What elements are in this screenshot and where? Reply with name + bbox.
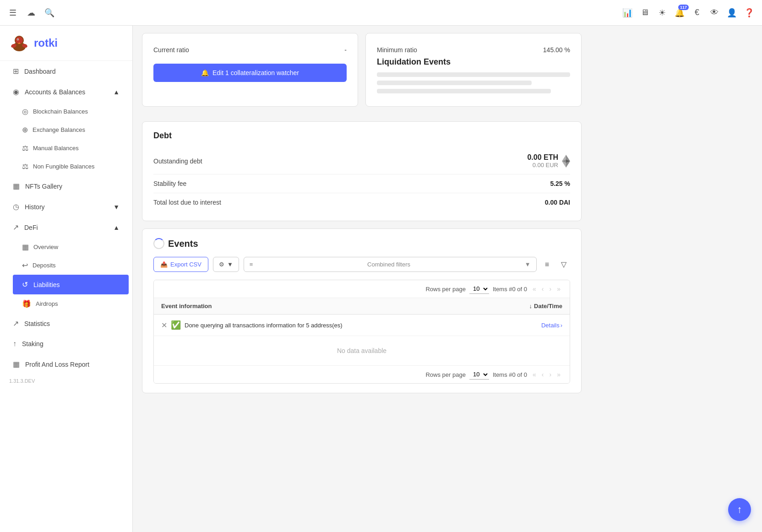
sidebar-item-nfts[interactable]: ▦ NFTs Gallery	[4, 176, 129, 196]
last-page-button-top[interactable]: »	[555, 284, 562, 293]
sidebar-item-nonfungible-balances[interactable]: ⚖ Non Fungible Balances	[13, 157, 129, 175]
sidebar-item-label: History	[25, 203, 45, 211]
prev-page-button-top[interactable]: ‹	[540, 284, 546, 293]
check-circle-icon: ✅	[171, 320, 181, 330]
close-notification-button[interactable]: ✕	[161, 321, 167, 330]
edit-collateralization-button[interactable]: 🔔 Edit 1 collateralization watcher	[153, 64, 347, 82]
events-card: Events 📤 Export CSV ⚙ ▼ ≡ Combined filte…	[142, 228, 582, 393]
first-page-button-bottom[interactable]: «	[531, 370, 538, 379]
sidebar-item-label: Dashboard	[24, 68, 56, 75]
sidebar-item-label: DeFi	[24, 224, 38, 231]
sidebar-item-label: Statistics	[24, 320, 50, 327]
chart-icon[interactable]: 📊	[622, 7, 633, 18]
sidebar-item-deposits[interactable]: ↩ Deposits	[13, 256, 129, 274]
sun-icon[interactable]: ☀	[657, 7, 668, 18]
scroll-to-top-fab[interactable]: ↑	[728, 498, 751, 521]
help-icon[interactable]: ❓	[744, 7, 755, 18]
topbar: ☰ ☁ 🔍 📊 🖥 ☀ 🔔 117 € 👁 👤 ❓	[0, 0, 762, 26]
euro-icon[interactable]: €	[691, 7, 702, 18]
export-csv-button[interactable]: 📤 Export CSV	[153, 257, 208, 272]
sidebar-item-label: Staking	[22, 340, 44, 347]
col-header-datetime[interactable]: ↓ Date/Time	[529, 303, 562, 309]
sidebar-item-overview[interactable]: ▦ Overview	[13, 238, 129, 256]
bottom-pagination: Rows per page 10 25 50 Items #0 of 0 « ‹…	[154, 365, 570, 383]
current-ratio-label: Current ratio	[153, 46, 189, 54]
sidebar-item-label: Non Fungible Balances	[33, 163, 94, 170]
person-icon[interactable]: 👤	[726, 7, 737, 18]
chevron-up-icon-defi: ▲	[113, 224, 120, 231]
next-page-button-top[interactable]: ›	[548, 284, 554, 293]
notification-row: ✕ ✅ Done querying all transactions infor…	[154, 315, 570, 336]
nonfungible-icon: ⚖	[22, 162, 28, 171]
sidebar-item-blockchain-balances[interactable]: ◎ Blockchain Balances	[13, 103, 129, 120]
sidebar-item-profit-loss[interactable]: ▦ Profit And Loss Report	[4, 354, 129, 374]
sidebar-item-staking[interactable]: ↑ Staking	[4, 334, 129, 353]
sort-icon-button[interactable]: ≡	[541, 257, 553, 272]
min-ratio-card: Minimum ratio 145.00 % Liquidation Event…	[365, 33, 582, 107]
display-icon[interactable]: 🖥	[639, 7, 650, 18]
funnel-icon-button[interactable]: ▽	[557, 256, 570, 272]
page-nav-bottom: « ‹ › »	[531, 370, 562, 379]
notification-badge[interactable]: 🔔 117	[674, 7, 685, 18]
logo-text: rotki	[34, 37, 58, 49]
deposits-icon: ↩	[22, 261, 28, 270]
chevron-right-icon: ›	[561, 322, 562, 329]
current-ratio-card: Current ratio - 🔔 Edit 1 collateralizati…	[142, 33, 358, 107]
sidebar-item-label: Blockchain Balances	[33, 108, 88, 115]
sidebar-item-label: Manual Balances	[33, 145, 79, 152]
sidebar-item-label: Overview	[33, 244, 58, 250]
sidebar-item-statistics[interactable]: ↗ Statistics	[4, 314, 129, 333]
details-label: Details	[541, 322, 560, 329]
sidebar-item-label: Deposits	[33, 262, 56, 269]
details-link[interactable]: Details ›	[541, 322, 562, 329]
rows-per-page-select-top[interactable]: 10 25 50	[469, 284, 489, 294]
nfts-icon: ▦	[13, 182, 20, 190]
menu-icon[interactable]: ☰	[7, 7, 18, 18]
sidebar-group-defi[interactable]: ↗ DeFi ▲	[4, 217, 129, 237]
edit-button-label: Edit 1 collateralization watcher	[212, 69, 299, 76]
chevron-down-filter-icon: ▼	[227, 261, 233, 268]
col-header-event-info: Event information	[161, 303, 529, 309]
min-ratio-value: 145.00 %	[543, 46, 570, 54]
overview-icon: ▦	[22, 243, 29, 251]
sidebar-item-liabilities[interactable]: ↺ Liabilities	[13, 275, 129, 294]
sidebar-item-airdrops[interactable]: 🎁 Airdrops	[13, 295, 129, 313]
sidebar-item-label: Exchange Balances	[33, 126, 85, 133]
outstanding-debt-eth: 0.00 ETH	[527, 153, 558, 162]
total-lost-label: Total lost due to interest	[153, 199, 221, 206]
last-page-button-bottom[interactable]: »	[555, 370, 562, 379]
first-page-button-top[interactable]: «	[531, 284, 538, 293]
sidebar-group-history[interactable]: ◷ History ▼	[4, 197, 129, 217]
debt-values-col: 0.00 ETH 0.00 EUR	[527, 153, 558, 168]
sidebar-logo: rotki	[0, 26, 132, 61]
sidebar-group-accounts[interactable]: ◉ Accounts & Balances ▲	[4, 82, 129, 102]
search-icon[interactable]: 🔍	[44, 7, 55, 18]
skeleton-line-2	[377, 81, 532, 85]
sliders-icon: ⚙	[219, 261, 224, 268]
eye-icon[interactable]: 👁	[709, 7, 720, 18]
export-csv-label: Export CSV	[170, 261, 201, 268]
combined-filter-dropdown[interactable]: ≡ Combined filters ▼	[244, 257, 537, 272]
rows-per-page-select-bottom[interactable]: 10 25 50	[469, 369, 489, 380]
chevron-up-icon: ▲	[113, 88, 120, 96]
sidebar-item-dashboard[interactable]: ⊞ Dashboard	[4, 61, 129, 81]
content-area: Current ratio - 🔔 Edit 1 collateralizati…	[133, 26, 591, 408]
top-info-row: Current ratio - 🔔 Edit 1 collateralizati…	[142, 33, 582, 114]
events-table: Rows per page 10 25 50 Items #0 of 0 « ‹…	[153, 280, 570, 384]
next-page-button-bottom[interactable]: ›	[548, 370, 554, 379]
cloud-icon[interactable]: ☁	[26, 7, 37, 18]
events-title: Events	[168, 239, 198, 249]
staking-icon: ↑	[13, 340, 16, 348]
exchange-icon: ⊕	[22, 125, 28, 134]
current-ratio-value: -	[344, 46, 347, 54]
export-icon: 📤	[160, 261, 168, 268]
sidebar-item-exchange-balances[interactable]: ⊕ Exchange Balances	[13, 121, 129, 139]
filter-options-button[interactable]: ⚙ ▼	[213, 257, 239, 272]
min-ratio-row: Minimum ratio 145.00 %	[377, 43, 570, 57]
prev-page-button-bottom[interactable]: ‹	[540, 370, 546, 379]
total-lost-row: Total lost due to interest 0.00 DAI	[153, 193, 570, 212]
outstanding-debt-row: Outstanding debt 0.00 ETH 0.00 EUR	[153, 148, 570, 174]
sidebar-item-manual-balances[interactable]: ⚖ Manual Balances	[13, 139, 129, 157]
current-ratio-row: Current ratio -	[153, 43, 347, 57]
sidebar-item-label: NFTs Gallery	[25, 183, 62, 190]
